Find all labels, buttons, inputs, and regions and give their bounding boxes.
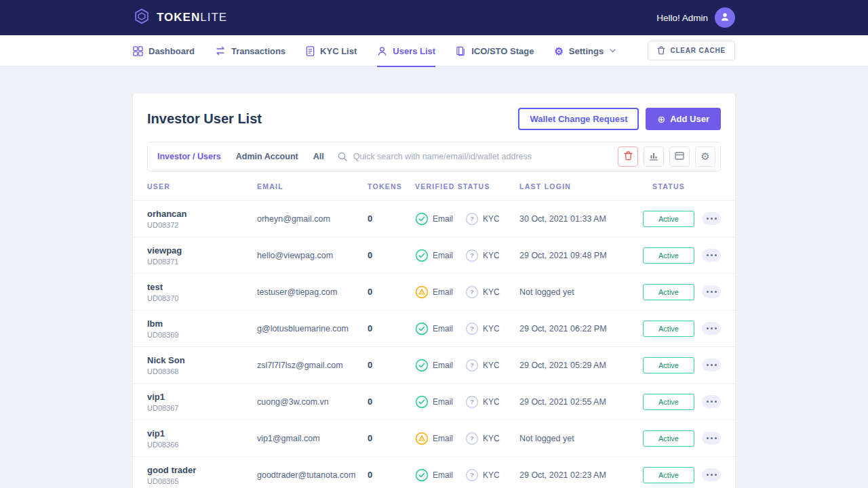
nav-item-settings[interactable]: ⚙ Settings xyxy=(554,35,616,66)
status-badge[interactable]: Active xyxy=(643,284,694,300)
question-circle-icon: ? xyxy=(465,359,479,372)
user-email: cuong@3w.com.vn xyxy=(257,397,368,407)
clear-cache-button[interactable]: CLEAR CACHE xyxy=(648,41,735,60)
nav-items: Dashboard Transactions KYC List Users Li… xyxy=(133,35,616,66)
search-box xyxy=(338,152,618,161)
svg-text:?: ? xyxy=(470,398,474,405)
user-email: zsl7l7l7lsz@gmail.com xyxy=(257,361,368,370)
search-input[interactable] xyxy=(353,152,618,161)
email-verified-status: Email xyxy=(415,468,453,482)
check-circle-icon xyxy=(415,322,429,336)
wallet-change-request-button[interactable]: Wallet Change Request xyxy=(518,108,639,130)
warning-circle-icon xyxy=(415,285,429,299)
status-badge[interactable]: Active xyxy=(643,321,694,337)
check-circle-icon xyxy=(415,395,429,409)
table-row: vip1 UD08366 vip1@gmail.com 0 Email ? KY… xyxy=(133,420,735,456)
chevron-down-icon xyxy=(610,49,616,53)
nav-item-transactions[interactable]: Transactions xyxy=(215,35,285,66)
user-table: USER EMAIL TOKENS VERIFIED STATUS LAST L… xyxy=(133,173,735,488)
nav-item-dashboard[interactable]: Dashboard xyxy=(133,35,195,66)
user-id: UD08369 xyxy=(147,331,257,339)
table-body: orhancan UD08372 orheyn@gmail.com 0 Emai… xyxy=(133,200,735,488)
export-report-button[interactable] xyxy=(644,146,664,167)
email-status-label: Email xyxy=(433,361,453,370)
user-id: UD08371 xyxy=(147,258,257,266)
nav-item-kyc-list[interactable]: KYC List xyxy=(306,35,357,66)
card-header: Investor User List Wallet Change Request… xyxy=(133,94,735,142)
user-id: UD08368 xyxy=(147,367,257,375)
user-name[interactable]: good trader xyxy=(147,465,257,475)
user-tokens: 0 xyxy=(368,323,415,333)
status-badge[interactable]: Active xyxy=(643,430,694,447)
user-name[interactable]: vip1 xyxy=(147,392,257,402)
user-name[interactable]: viewpag xyxy=(147,245,257,256)
tokenlite-logo-icon xyxy=(133,7,151,28)
row-actions-button[interactable] xyxy=(702,432,721,445)
gear-icon: ⚙ xyxy=(701,151,709,162)
user-id: UD08372 xyxy=(147,221,257,229)
warning-circle-icon xyxy=(415,432,429,445)
row-actions-button[interactable] xyxy=(702,468,721,481)
filter-tab-admin-account[interactable]: Admin Account xyxy=(236,152,298,161)
status-badge[interactable]: Active xyxy=(643,394,694,410)
filter-tab-investor-users[interactable]: Investor / Users xyxy=(157,152,221,161)
svg-text:?: ? xyxy=(470,434,474,442)
row-actions-button[interactable] xyxy=(702,359,721,371)
user-email: hello@viewpag.com xyxy=(257,251,368,260)
last-login: 30 Oct, 2021 01:33 AM xyxy=(519,214,637,224)
user-tokens: 0 xyxy=(368,214,415,224)
user-email: testuser@tiepag.com xyxy=(257,287,368,297)
table-settings-button[interactable]: ⚙ xyxy=(695,146,715,167)
user-name[interactable]: test xyxy=(147,282,257,292)
email-status-label: Email xyxy=(433,324,453,333)
kyc-verified-status: ? KYC xyxy=(465,359,500,372)
cache-trash-icon xyxy=(657,46,665,55)
nav-item-ico-sto-stage[interactable]: ICO/STO Stage xyxy=(456,35,534,66)
row-actions-button[interactable] xyxy=(702,249,721,262)
brand-name-secondary: LITE xyxy=(200,11,227,24)
plus-circle-icon: ⊕ xyxy=(657,115,665,124)
user-tokens: 0 xyxy=(368,360,415,370)
gear-icon: ⚙ xyxy=(554,46,563,56)
user-icon xyxy=(377,46,387,56)
kyc-status-label: KYC xyxy=(483,251,500,260)
kyc-verified-status: ? KYC xyxy=(465,249,500,262)
status-badge[interactable]: Active xyxy=(643,211,694,227)
user-name[interactable]: orhancan xyxy=(147,209,257,219)
table-row: orhancan UD08372 orheyn@gmail.com 0 Emai… xyxy=(133,200,735,237)
filter-tab-all[interactable]: All xyxy=(313,152,324,161)
user-avatar[interactable] xyxy=(715,7,735,28)
user-email: orheyn@gmail.com xyxy=(257,214,368,224)
row-actions-button[interactable] xyxy=(702,285,721,298)
kyc-status-label: KYC xyxy=(483,324,500,333)
delete-users-button[interactable] xyxy=(618,146,638,167)
row-actions-button[interactable] xyxy=(702,322,721,335)
grid-icon xyxy=(133,46,143,56)
email-status-label: Email xyxy=(433,214,453,224)
nav-item-users-list[interactable]: Users List xyxy=(377,35,435,66)
brand-name-primary: TOKEN xyxy=(157,11,200,24)
row-actions-button[interactable] xyxy=(702,395,721,408)
email-status-label: Email xyxy=(433,287,453,297)
status-badge[interactable]: Active xyxy=(643,357,694,373)
user-name[interactable]: vip1 xyxy=(147,428,257,439)
column-header-last-login: LAST LOGIN xyxy=(519,182,637,190)
table-row: lbm UD08369 g@lotusbluemarine.com 0 Emai… xyxy=(133,310,735,346)
clear-cache-label: CLEAR CACHE xyxy=(670,47,726,54)
column-header-email: EMAIL xyxy=(257,182,368,190)
status-badge[interactable]: Active xyxy=(643,467,694,483)
svg-text:?: ? xyxy=(470,471,474,479)
card-view-button[interactable] xyxy=(669,146,690,167)
search-icon xyxy=(338,152,347,161)
add-user-button[interactable]: ⊕ Add User xyxy=(646,108,721,130)
status-badge[interactable]: Active xyxy=(643,247,694,264)
svg-text:?: ? xyxy=(470,361,474,369)
last-login: 29 Oct, 2021 05:29 AM xyxy=(519,361,637,370)
table-header: USER EMAIL TOKENS VERIFIED STATUS LAST L… xyxy=(133,173,735,200)
email-verified-status: Email xyxy=(415,395,453,409)
row-actions-button[interactable] xyxy=(702,212,721,225)
brand-logo[interactable]: TOKENLITE xyxy=(133,7,227,28)
kyc-status-label: KYC xyxy=(483,214,500,224)
user-name[interactable]: lbm xyxy=(147,319,257,329)
user-name[interactable]: Nick Son xyxy=(147,355,257,365)
